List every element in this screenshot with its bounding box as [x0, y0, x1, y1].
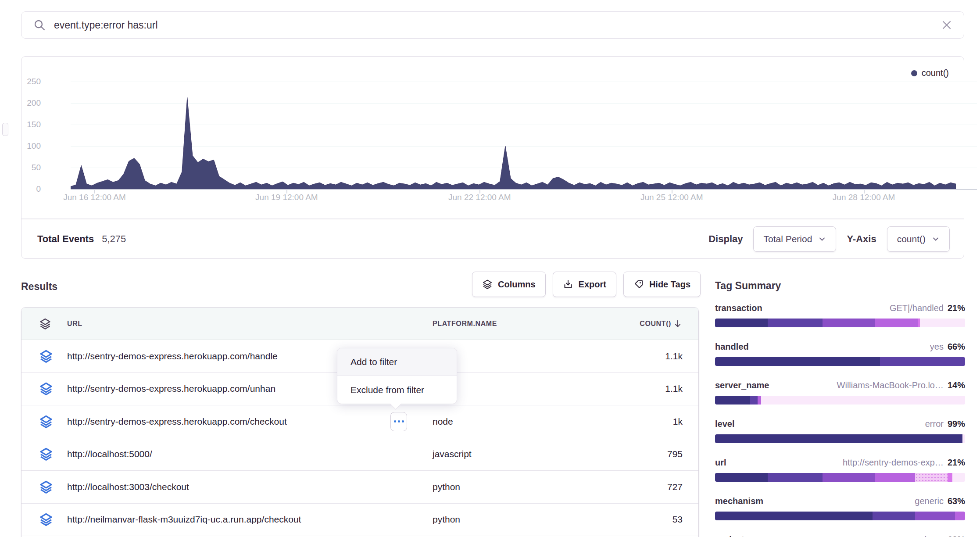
- tag-segment[interactable]: [952, 473, 965, 482]
- tag-list: transactionGET|/handled21%handledyes66%s…: [715, 303, 965, 537]
- tag-segment[interactable]: [768, 473, 823, 482]
- search-bar: [21, 11, 964, 39]
- url-cell[interactable]: http://sentry-demos-express.herokuapp.co…: [67, 416, 433, 427]
- tag-segment[interactable]: [715, 473, 768, 482]
- columns-button[interactable]: Columns: [472, 272, 546, 297]
- tag-distribution-bar[interactable]: [715, 434, 965, 443]
- y-tick-label: 250: [10, 77, 41, 86]
- stack-icon[interactable]: [39, 480, 53, 494]
- columns-button-label: Columns: [498, 279, 536, 290]
- tag-segment[interactable]: [768, 319, 823, 327]
- display-select[interactable]: Total Period: [753, 226, 836, 252]
- stack-icon[interactable]: [39, 512, 53, 526]
- tag-segment[interactable]: [715, 357, 880, 366]
- header-count-label: COUNT(): [640, 320, 671, 328]
- platform-cell[interactable]: node: [433, 416, 617, 427]
- tag-top-value[interactable]: http://sentry-demos-exp…: [843, 458, 944, 468]
- url-cell[interactable]: http://neilmanvar-flask-m3uuizd7iq-uc.a.…: [67, 514, 433, 525]
- tag-segment[interactable]: [915, 512, 955, 520]
- tag-segment[interactable]: [875, 473, 915, 482]
- search-icon: [33, 18, 46, 32]
- tag-distribution-bar[interactable]: [715, 473, 965, 482]
- count-cell[interactable]: 1.1k: [617, 383, 683, 394]
- tag-distribution-bar[interactable]: [715, 319, 965, 327]
- hide-tags-button[interactable]: Hide Tags: [623, 272, 701, 297]
- chart-legend[interactable]: count(): [911, 68, 949, 78]
- results-table: URL PLATFORM.NAME COUNT() http://sentry-…: [21, 307, 699, 537]
- platform-cell[interactable]: javascript: [433, 449, 617, 459]
- y-axis-select[interactable]: count(): [887, 226, 950, 252]
- tag-top-percent: 66%: [948, 342, 965, 352]
- chevron-down-icon: [818, 235, 826, 243]
- header-count[interactable]: COUNT(): [617, 319, 683, 329]
- tag-segment[interactable]: [715, 396, 750, 405]
- tag-icon: [633, 279, 644, 290]
- cell-actions-button[interactable]: [390, 412, 407, 431]
- menu-item-add-to-filter[interactable]: Add to filter: [337, 348, 457, 376]
- count-cell[interactable]: 53: [617, 514, 683, 525]
- export-button[interactable]: Export: [553, 272, 616, 297]
- header-platform[interactable]: PLATFORM.NAME: [433, 320, 617, 328]
- count-cell[interactable]: 795: [617, 449, 683, 459]
- tag-segment[interactable]: [823, 473, 875, 482]
- tag-top-value[interactable]: yes: [930, 342, 944, 352]
- chart-footer: Total Events 5,275 Display Total Period …: [21, 219, 964, 259]
- url-cell[interactable]: http://localhost:5000/: [67, 449, 433, 459]
- stack-icon[interactable]: [39, 318, 53, 330]
- tag-segment[interactable]: [761, 396, 965, 405]
- tag-segment[interactable]: [915, 473, 948, 482]
- stack-icon[interactable]: [39, 382, 53, 396]
- stack-icon[interactable]: [39, 447, 53, 461]
- tag-segment[interactable]: [875, 319, 918, 327]
- x-tick-label: Jun 25 12:00 AM: [640, 193, 703, 202]
- tag-segment[interactable]: [873, 512, 915, 520]
- tag-segment[interactable]: [750, 396, 758, 405]
- tag-segment[interactable]: [880, 357, 965, 366]
- count-cell[interactable]: 1k: [617, 416, 683, 427]
- tag-top-value[interactable]: express-demo: [888, 535, 944, 537]
- clear-search-icon[interactable]: [941, 19, 952, 31]
- table-row: http://localhost:5000/javascript795: [21, 438, 698, 471]
- tag-distribution-bar[interactable]: [715, 512, 965, 520]
- tag-name: handled: [715, 342, 749, 352]
- tag-segment[interactable]: [715, 319, 768, 327]
- count-cell[interactable]: 1.1k: [617, 351, 683, 362]
- tag-segment[interactable]: [962, 434, 965, 443]
- sort-desc-icon: [673, 319, 683, 329]
- tag-segment[interactable]: [715, 512, 873, 520]
- stack-icon[interactable]: [39, 349, 53, 363]
- tag-distribution-bar[interactable]: [715, 357, 965, 366]
- platform-cell[interactable]: python: [433, 482, 617, 492]
- tag-summary-title: Tag Summary: [715, 280, 965, 292]
- tag-segment[interactable]: [920, 319, 965, 327]
- platform-cell[interactable]: python: [433, 514, 617, 525]
- tag-top-value[interactable]: GET|/handled: [890, 303, 944, 313]
- tag-name: level: [715, 419, 734, 429]
- tag-segment[interactable]: [758, 396, 762, 405]
- table-row: http://neilmanvar-flask-m3uuizd7iq-uc.a.…: [21, 504, 698, 537]
- tag-segment[interactable]: [715, 434, 962, 443]
- display-select-value: Total Period: [763, 234, 812, 244]
- tag-top-value[interactable]: Williams-MacBook-Pro.lo…: [837, 380, 944, 390]
- tag-segment[interactable]: [955, 512, 965, 520]
- results-toolbar: Columns Export Hide Tags: [461, 272, 701, 297]
- tag-top-value[interactable]: error: [925, 419, 944, 429]
- tag-name: url: [715, 458, 726, 468]
- download-icon: [563, 279, 573, 290]
- tag-segment[interactable]: [948, 473, 952, 482]
- tag-top-value[interactable]: generic: [915, 496, 944, 506]
- header-url[interactable]: URL: [67, 320, 433, 328]
- tag-segment[interactable]: [823, 319, 875, 327]
- url-cell[interactable]: http://localhost:3003/checkout: [67, 482, 433, 492]
- tag-row-mechanism: mechanismgeneric63%: [715, 496, 965, 520]
- tag-row-handled: handledyes66%: [715, 342, 965, 366]
- tag-distribution-bar[interactable]: [715, 396, 965, 405]
- tag-row-server_name: server_nameWilliams-MacBook-Pro.lo…14%: [715, 380, 965, 405]
- panel-collapse-handle[interactable]: [2, 123, 8, 136]
- count-cell[interactable]: 727: [617, 482, 683, 492]
- search-input[interactable]: [54, 19, 941, 31]
- stack-icon: [482, 279, 493, 290]
- stack-icon[interactable]: [39, 415, 53, 429]
- tag-summary-panel: Tag Summary transactionGET|/handled21%ha…: [715, 280, 965, 537]
- events-chart-card: count() 250200150100500 Jun 16 12:00 AMJ…: [21, 56, 964, 259]
